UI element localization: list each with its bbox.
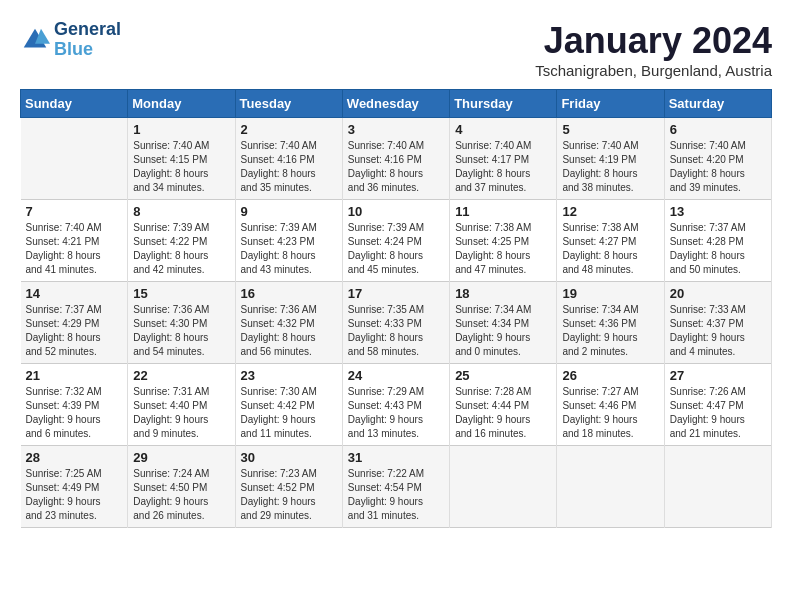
logo-text-general: General <box>54 20 121 40</box>
calendar-cell <box>557 446 664 528</box>
calendar-cell: 20Sunrise: 7:33 AM Sunset: 4:37 PM Dayli… <box>664 282 771 364</box>
day-content: Sunrise: 7:32 AM Sunset: 4:39 PM Dayligh… <box>26 385 123 441</box>
day-number: 19 <box>562 286 658 301</box>
calendar-cell: 22Sunrise: 7:31 AM Sunset: 4:40 PM Dayli… <box>128 364 235 446</box>
day-number: 29 <box>133 450 229 465</box>
day-number: 31 <box>348 450 444 465</box>
day-content: Sunrise: 7:40 AM Sunset: 4:21 PM Dayligh… <box>26 221 123 277</box>
logo: General Blue <box>20 20 121 60</box>
day-number: 16 <box>241 286 337 301</box>
day-content: Sunrise: 7:39 AM Sunset: 4:23 PM Dayligh… <box>241 221 337 277</box>
day-content: Sunrise: 7:39 AM Sunset: 4:24 PM Dayligh… <box>348 221 444 277</box>
day-number: 4 <box>455 122 551 137</box>
day-content: Sunrise: 7:35 AM Sunset: 4:33 PM Dayligh… <box>348 303 444 359</box>
calendar-table: SundayMondayTuesdayWednesdayThursdayFrid… <box>20 89 772 528</box>
day-number: 13 <box>670 204 766 219</box>
day-number: 25 <box>455 368 551 383</box>
day-content: Sunrise: 7:25 AM Sunset: 4:49 PM Dayligh… <box>26 467 123 523</box>
day-content: Sunrise: 7:40 AM Sunset: 4:15 PM Dayligh… <box>133 139 229 195</box>
weekday-header-monday: Monday <box>128 90 235 118</box>
location-subtitle: Tschanigraben, Burgenland, Austria <box>535 62 772 79</box>
calendar-cell: 24Sunrise: 7:29 AM Sunset: 4:43 PM Dayli… <box>342 364 449 446</box>
weekday-header-sunday: Sunday <box>21 90 128 118</box>
day-content: Sunrise: 7:29 AM Sunset: 4:43 PM Dayligh… <box>348 385 444 441</box>
calendar-cell: 3Sunrise: 7:40 AM Sunset: 4:16 PM Daylig… <box>342 118 449 200</box>
day-number: 5 <box>562 122 658 137</box>
day-number: 9 <box>241 204 337 219</box>
weekday-header-saturday: Saturday <box>664 90 771 118</box>
day-number: 11 <box>455 204 551 219</box>
day-number: 26 <box>562 368 658 383</box>
day-content: Sunrise: 7:40 AM Sunset: 4:19 PM Dayligh… <box>562 139 658 195</box>
calendar-cell: 28Sunrise: 7:25 AM Sunset: 4:49 PM Dayli… <box>21 446 128 528</box>
calendar-cell <box>21 118 128 200</box>
calendar-cell: 21Sunrise: 7:32 AM Sunset: 4:39 PM Dayli… <box>21 364 128 446</box>
calendar-week-row-5: 28Sunrise: 7:25 AM Sunset: 4:49 PM Dayli… <box>21 446 772 528</box>
day-content: Sunrise: 7:33 AM Sunset: 4:37 PM Dayligh… <box>670 303 766 359</box>
day-number: 28 <box>26 450 123 465</box>
calendar-cell <box>450 446 557 528</box>
day-number: 30 <box>241 450 337 465</box>
day-number: 21 <box>26 368 123 383</box>
calendar-cell: 7Sunrise: 7:40 AM Sunset: 4:21 PM Daylig… <box>21 200 128 282</box>
weekday-header-wednesday: Wednesday <box>342 90 449 118</box>
day-number: 3 <box>348 122 444 137</box>
day-number: 22 <box>133 368 229 383</box>
calendar-cell: 13Sunrise: 7:37 AM Sunset: 4:28 PM Dayli… <box>664 200 771 282</box>
day-content: Sunrise: 7:40 AM Sunset: 4:17 PM Dayligh… <box>455 139 551 195</box>
day-number: 15 <box>133 286 229 301</box>
calendar-cell: 19Sunrise: 7:34 AM Sunset: 4:36 PM Dayli… <box>557 282 664 364</box>
day-content: Sunrise: 7:38 AM Sunset: 4:25 PM Dayligh… <box>455 221 551 277</box>
calendar-cell: 31Sunrise: 7:22 AM Sunset: 4:54 PM Dayli… <box>342 446 449 528</box>
calendar-cell: 10Sunrise: 7:39 AM Sunset: 4:24 PM Dayli… <box>342 200 449 282</box>
day-content: Sunrise: 7:39 AM Sunset: 4:22 PM Dayligh… <box>133 221 229 277</box>
weekday-header-thursday: Thursday <box>450 90 557 118</box>
day-content: Sunrise: 7:30 AM Sunset: 4:42 PM Dayligh… <box>241 385 337 441</box>
calendar-cell: 9Sunrise: 7:39 AM Sunset: 4:23 PM Daylig… <box>235 200 342 282</box>
calendar-cell: 14Sunrise: 7:37 AM Sunset: 4:29 PM Dayli… <box>21 282 128 364</box>
day-content: Sunrise: 7:23 AM Sunset: 4:52 PM Dayligh… <box>241 467 337 523</box>
day-number: 7 <box>26 204 123 219</box>
day-content: Sunrise: 7:38 AM Sunset: 4:27 PM Dayligh… <box>562 221 658 277</box>
day-content: Sunrise: 7:40 AM Sunset: 4:16 PM Dayligh… <box>348 139 444 195</box>
day-number: 14 <box>26 286 123 301</box>
logo-icon <box>20 25 50 55</box>
calendar-cell: 6Sunrise: 7:40 AM Sunset: 4:20 PM Daylig… <box>664 118 771 200</box>
calendar-cell <box>664 446 771 528</box>
day-content: Sunrise: 7:36 AM Sunset: 4:30 PM Dayligh… <box>133 303 229 359</box>
calendar-cell: 15Sunrise: 7:36 AM Sunset: 4:30 PM Dayli… <box>128 282 235 364</box>
day-number: 23 <box>241 368 337 383</box>
calendar-cell: 29Sunrise: 7:24 AM Sunset: 4:50 PM Dayli… <box>128 446 235 528</box>
calendar-cell: 1Sunrise: 7:40 AM Sunset: 4:15 PM Daylig… <box>128 118 235 200</box>
calendar-body: 1Sunrise: 7:40 AM Sunset: 4:15 PM Daylig… <box>21 118 772 528</box>
calendar-cell: 25Sunrise: 7:28 AM Sunset: 4:44 PM Dayli… <box>450 364 557 446</box>
day-content: Sunrise: 7:24 AM Sunset: 4:50 PM Dayligh… <box>133 467 229 523</box>
day-number: 6 <box>670 122 766 137</box>
day-number: 18 <box>455 286 551 301</box>
calendar-header: SundayMondayTuesdayWednesdayThursdayFrid… <box>21 90 772 118</box>
calendar-week-row-2: 7Sunrise: 7:40 AM Sunset: 4:21 PM Daylig… <box>21 200 772 282</box>
calendar-cell: 4Sunrise: 7:40 AM Sunset: 4:17 PM Daylig… <box>450 118 557 200</box>
logo-text-blue: Blue <box>54 40 121 60</box>
day-content: Sunrise: 7:27 AM Sunset: 4:46 PM Dayligh… <box>562 385 658 441</box>
day-content: Sunrise: 7:22 AM Sunset: 4:54 PM Dayligh… <box>348 467 444 523</box>
day-number: 24 <box>348 368 444 383</box>
calendar-cell: 2Sunrise: 7:40 AM Sunset: 4:16 PM Daylig… <box>235 118 342 200</box>
day-number: 8 <box>133 204 229 219</box>
day-content: Sunrise: 7:26 AM Sunset: 4:47 PM Dayligh… <box>670 385 766 441</box>
calendar-cell: 16Sunrise: 7:36 AM Sunset: 4:32 PM Dayli… <box>235 282 342 364</box>
calendar-cell: 18Sunrise: 7:34 AM Sunset: 4:34 PM Dayli… <box>450 282 557 364</box>
weekday-header-friday: Friday <box>557 90 664 118</box>
calendar-cell: 12Sunrise: 7:38 AM Sunset: 4:27 PM Dayli… <box>557 200 664 282</box>
day-content: Sunrise: 7:36 AM Sunset: 4:32 PM Dayligh… <box>241 303 337 359</box>
day-content: Sunrise: 7:34 AM Sunset: 4:34 PM Dayligh… <box>455 303 551 359</box>
page-header: General Blue January 2024 Tschanigraben,… <box>20 20 772 79</box>
day-number: 27 <box>670 368 766 383</box>
day-number: 12 <box>562 204 658 219</box>
weekday-header-row: SundayMondayTuesdayWednesdayThursdayFrid… <box>21 90 772 118</box>
day-number: 2 <box>241 122 337 137</box>
title-block: January 2024 Tschanigraben, Burgenland, … <box>535 20 772 79</box>
calendar-cell: 27Sunrise: 7:26 AM Sunset: 4:47 PM Dayli… <box>664 364 771 446</box>
day-content: Sunrise: 7:28 AM Sunset: 4:44 PM Dayligh… <box>455 385 551 441</box>
day-number: 10 <box>348 204 444 219</box>
